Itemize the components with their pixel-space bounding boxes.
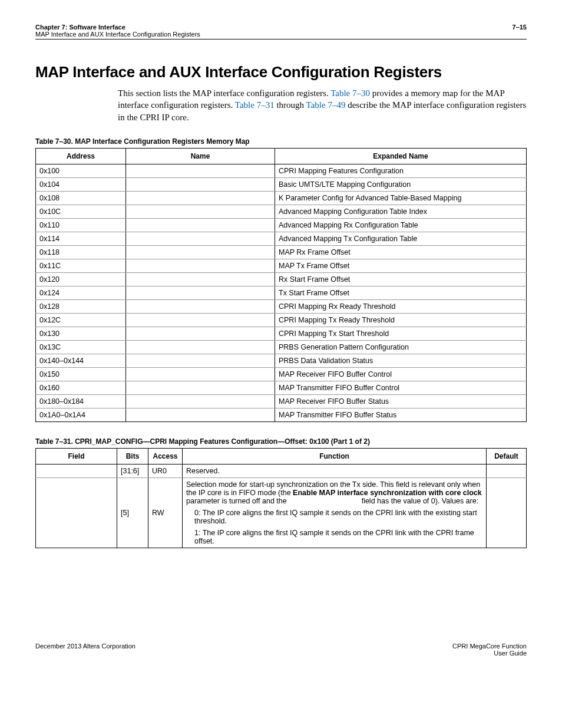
func-text: field has the value of 0). Values are: <box>359 497 478 505</box>
table-row: 0x12CCPRI Mapping Tx Ready Threshold <box>36 313 527 327</box>
cell-addr: 0x1A0–0x1A4 <box>36 408 126 421</box>
cell-exp: Advanced Mapping Configuration Table Ind… <box>275 205 527 218</box>
cell-access: RW <box>148 477 183 548</box>
table-row: 0x108K Parameter Config for Advanced Tab… <box>36 191 527 205</box>
cell-name <box>126 245 275 259</box>
intro-text-1: This section lists the MAP interface con… <box>118 88 330 98</box>
cell-addr: 0x10C <box>36 205 126 218</box>
table-row: 0x100CPRI Mapping Features Configuration <box>36 164 527 177</box>
cell-exp: MAP Transmitter FIFO Buffer Control <box>275 381 527 394</box>
header-divider <box>35 39 527 39</box>
table-row: 0x124Tx Start Frame Offset <box>36 286 527 299</box>
cell-addr: 0x124 <box>36 286 126 299</box>
cell-name <box>126 177 275 191</box>
func-value-0: 0: The IP core aligns the first IQ sampl… <box>194 509 482 525</box>
col-header-name: Name <box>126 148 275 164</box>
cell-addr: 0x118 <box>36 245 126 259</box>
table-row: 0x140–0x144PRBS Data Validation Status <box>36 354 527 367</box>
header-section: MAP Interface and AUX Interface Configur… <box>35 31 527 38</box>
func-text: parameter is turned off and the <box>186 497 289 505</box>
cell-exp: CPRI Mapping Tx Ready Threshold <box>275 313 527 327</box>
page-footer: December 2013 Altera Corporation CPRI Me… <box>35 643 527 657</box>
cell-name <box>126 191 275 205</box>
col-header-access: Access <box>148 448 183 464</box>
cell-addr: 0x180–0x184 <box>36 394 126 408</box>
cell-exp: MAP Tx Frame Offset <box>275 259 527 272</box>
cell-field <box>36 477 117 548</box>
cell-exp: K Parameter Config for Advanced Table-Ba… <box>275 191 527 205</box>
link-table-7-49[interactable]: Table 7–49 <box>306 100 346 110</box>
col-header-expanded-name: Expanded Name <box>275 148 527 164</box>
cell-addr: 0x13C <box>36 340 126 354</box>
col-header-bits: Bits <box>117 448 148 464</box>
cell-name <box>126 394 275 408</box>
func-value-1: 1: The IP core aligns the first IQ sampl… <box>194 529 482 545</box>
cell-name <box>126 286 275 299</box>
footer-right-line2: User Guide <box>452 650 527 657</box>
table-row: [31:6] UR0 Reserved. <box>36 464 527 477</box>
cell-bits: [5] <box>117 477 148 548</box>
table-31-caption: Table 7–31. CPRI_MAP_CONFIG—CPRI Mapping… <box>35 437 527 446</box>
cell-name <box>126 259 275 272</box>
cell-addr: 0x110 <box>36 218 126 232</box>
footer-right-line1: CPRI MegaCore Function <box>452 643 527 650</box>
cell-exp: Advanced Mapping Rx Configuration Table <box>275 218 527 232</box>
cell-name <box>126 232 275 245</box>
table-row: 0x10CAdvanced Mapping Configuration Tabl… <box>36 205 527 218</box>
cell-exp: Rx Start Frame Offset <box>275 272 527 286</box>
cell-addr: 0x150 <box>36 367 126 381</box>
table-30: Address Name Expanded Name 0x100CPRI Map… <box>35 148 527 422</box>
col-header-default: Default <box>487 448 527 464</box>
cell-addr: 0x108 <box>36 191 126 205</box>
func-bold: Enable MAP interface synchronization wit… <box>293 489 482 497</box>
table-row: 0x118MAP Rx Frame Offset <box>36 245 527 259</box>
cell-exp: MAP Rx Frame Offset <box>275 245 527 259</box>
table-row: 0x1A0–0x1A4MAP Transmitter FIFO Buffer S… <box>36 408 527 421</box>
intro-paragraph: This section lists the MAP interface con… <box>118 87 527 123</box>
table-row: 0x130CPRI Mapping Tx Start Threshold <box>36 327 527 340</box>
table-row: 0x114Advanced Mapping Tx Configuration T… <box>36 232 527 245</box>
header-chapter: Chapter 7: Software Interface <box>35 24 125 31</box>
link-table-7-31[interactable]: Table 7–31 <box>235 100 275 110</box>
cell-name <box>126 367 275 381</box>
table-row: 0x180–0x184MAP Receiver FIFO Buffer Stat… <box>36 394 527 408</box>
cell-access: UR0 <box>148 464 183 477</box>
cell-default <box>487 464 527 477</box>
cell-name <box>126 299 275 313</box>
cell-name <box>126 164 275 177</box>
cell-default <box>487 477 527 548</box>
table-30-caption: Table 7–30. MAP Interface Configuration … <box>35 137 527 146</box>
footer-right: CPRI MegaCore Function User Guide <box>452 643 527 657</box>
cell-exp: CPRI Mapping Tx Start Threshold <box>275 327 527 340</box>
intro-text-3: through <box>275 100 306 110</box>
cell-addr: 0x120 <box>36 272 126 286</box>
col-header-function: Function <box>183 448 487 464</box>
cell-exp: PRBS Generation Pattern Configuration <box>275 340 527 354</box>
cell-exp: PRBS Data Validation Status <box>275 354 527 367</box>
cell-addr: 0x114 <box>36 232 126 245</box>
table-row: 0x104Basic UMTS/LTE Mapping Configuratio… <box>36 177 527 191</box>
cell-addr: 0x12C <box>36 313 126 327</box>
table-row: 0x13CPRBS Generation Pattern Configurati… <box>36 340 527 354</box>
cell-addr: 0x160 <box>36 381 126 394</box>
cell-name <box>126 272 275 286</box>
cell-addr: 0x104 <box>36 177 126 191</box>
table-31: Field Bits Access Function Default [31:6… <box>35 448 527 548</box>
cell-addr: 0x140–0x144 <box>36 354 126 367</box>
table-row: 0x120Rx Start Frame Offset <box>36 272 527 286</box>
cell-exp: CPRI Mapping Features Configuration <box>275 164 527 177</box>
col-header-address: Address <box>36 148 126 164</box>
table-row: 0x128CPRI Mapping Rx Ready Threshold <box>36 299 527 313</box>
cell-function: Selection mode for start-up synchronizat… <box>183 477 487 548</box>
cell-addr: 0x11C <box>36 259 126 272</box>
cell-function: Reserved. <box>183 464 487 477</box>
table-row: [5] RW Selection mode for start-up synch… <box>36 477 527 548</box>
section-title: MAP Interface and AUX Interface Configur… <box>35 63 527 81</box>
cell-exp: MAP Transmitter FIFO Buffer Status <box>275 408 527 421</box>
link-table-7-30[interactable]: Table 7–30 <box>330 88 370 98</box>
cell-name <box>126 313 275 327</box>
cell-name <box>126 340 275 354</box>
cell-exp: CPRI Mapping Rx Ready Threshold <box>275 299 527 313</box>
cell-exp: Advanced Mapping Tx Configuration Table <box>275 232 527 245</box>
cell-bits: [31:6] <box>117 464 148 477</box>
